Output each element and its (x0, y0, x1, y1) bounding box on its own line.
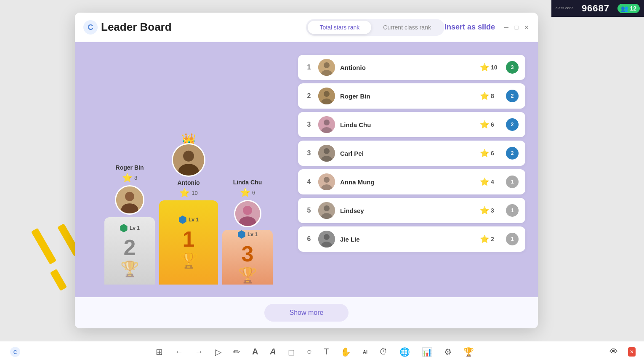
svg-text:C: C (88, 23, 93, 32)
podium-block-3rd: Lv 1 3 🏆 (222, 230, 273, 285)
star-icon-lb-2: ⭐ (480, 91, 489, 101)
lb-star-count-4: 6 (491, 150, 494, 157)
star-icon-lb-1: ⭐ (480, 63, 489, 72)
podium-trophy-3rd: 🏆 (238, 266, 257, 284)
toolbar-back-btn[interactable]: ← (173, 345, 185, 358)
toolbar-text-btn[interactable]: A (250, 345, 260, 358)
tab-total-stars[interactable]: Total stars rank (308, 21, 371, 34)
podium-contestants: Roger Bin ⭐ 8 (88, 133, 290, 285)
toolbar-settings-btn[interactable]: ⚙ (442, 345, 453, 359)
contestant-3rd: Linda Chu ⭐ 6 (222, 179, 273, 285)
modal-header: C Leader Board Total stars rank Current … (75, 13, 538, 42)
toolbar-textbox-btn[interactable]: T (322, 345, 330, 358)
participants-icon: 👥 (621, 5, 628, 12)
svg-point-6 (183, 151, 194, 162)
svg-point-15 (324, 91, 330, 97)
contestant-3rd-name: Linda Chu (233, 179, 262, 186)
toolbar-hide-btn[interactable]: 👁 (608, 345, 620, 358)
level-badge-2nd: Lv 1 (120, 224, 140, 232)
avatar-3rd-image (235, 200, 260, 227)
toolbar-hand-btn[interactable]: ✋ (339, 345, 353, 359)
avatar-3rd (234, 200, 261, 227)
star-icon-1: ⭐ (179, 188, 190, 198)
modal-body: Roger Bin ⭐ 8 (75, 42, 538, 297)
leaderboard-row-1: 1 Antionio ⭐ 10 3 (298, 55, 525, 80)
toolbar-exit-btn[interactable]: ✕ (628, 347, 636, 357)
deco-3 (31, 228, 57, 265)
lb-rank-1: 1 (305, 64, 313, 71)
lb-name-7: Jie Lie (340, 236, 475, 243)
avatar-1st-image (173, 143, 204, 177)
podium-section: Roger Bin ⭐ 8 (88, 55, 290, 289)
svg-point-3 (125, 192, 134, 201)
leaderboard-list: 1 Antionio ⭐ 10 3 2 (290, 55, 525, 289)
insert-slide-button[interactable]: Insert as slide (444, 23, 495, 32)
title-group: C Leader Board (83, 20, 306, 35)
toolbar-shapes-btn[interactable]: ○ (305, 345, 314, 358)
lb-name-5: Anna Mung (340, 178, 475, 186)
toolbar-ai-btn[interactable]: AI (361, 348, 369, 356)
star-icon-lb-5: ⭐ (480, 177, 489, 186)
lb-stars-5: ⭐ 4 (480, 177, 501, 186)
toolbar-chart-btn[interactable]: 📊 (420, 345, 434, 359)
toolbar-right: 👁 ✕ (608, 345, 636, 358)
svg-point-27 (324, 205, 330, 211)
hex-2-icon-1st (178, 216, 187, 224)
lb-star-count-6: 3 (491, 207, 494, 214)
toolbar-center: ⊞ ← → ▷ ✏ A A ◻ ○ T ✋ AI ⏱ 🌐 📊 ⚙ 🏆 (154, 345, 476, 359)
toolbar-grid-btn[interactable]: ⊞ (154, 345, 165, 359)
minimize-button[interactable]: ─ (503, 24, 509, 30)
close-button[interactable]: ✕ (524, 24, 530, 30)
lb-rank-5: 4 (305, 178, 313, 186)
podium-trophy-1st: 🏆 (179, 252, 198, 269)
podium-block-2nd: Lv 1 2 🏆 (104, 217, 155, 285)
lb-avatar-7 (318, 231, 335, 248)
level-badge-1st: Lv 1 (178, 216, 199, 224)
leaderboard-row-3: 3 Linda Chu ⭐ 6 2 (298, 112, 525, 137)
svg-point-12 (324, 62, 330, 68)
podium-trophy-2nd: 🏆 (120, 260, 139, 278)
lb-level-badge-4: 2 (506, 147, 519, 160)
toolbar-timer-btn[interactable]: ⏱ (378, 345, 389, 358)
lb-rank-6: 5 (305, 207, 313, 214)
toolbar-pen-btn[interactable]: ✏ (232, 345, 242, 359)
toolbar-trophy-btn[interactable]: 🏆 (462, 345, 476, 359)
contestant-3rd-stars: ⭐ 6 (240, 187, 255, 197)
toolbar-text2-btn[interactable]: A (268, 345, 277, 358)
lb-level-badge-2: 2 (506, 90, 519, 102)
toolbar-eraser-btn[interactable]: ◻ (286, 345, 297, 359)
classpoint-toolbar-icon: C (10, 347, 20, 357)
svg-point-24 (324, 177, 330, 183)
star-icon-lb-4: ⭐ (480, 149, 489, 158)
svg-point-9 (243, 206, 252, 215)
podium-number-2nd: 2 (124, 235, 136, 260)
star-icon-3: ⭐ (240, 187, 250, 197)
lb-avatar-img-7 (318, 231, 335, 248)
show-more-button[interactable]: Show more (264, 304, 349, 322)
avatar-2nd-image (116, 185, 143, 215)
toolbar-pointer-btn[interactable]: ▷ (213, 345, 223, 359)
lb-level-badge-7: 1 (506, 233, 519, 245)
star-icon-lb-6: ⭐ (480, 206, 489, 215)
tab-current-class[interactable]: Current class rank (371, 21, 443, 34)
toolbar-forward-btn[interactable]: → (193, 345, 205, 358)
app-logo-area: C Leader Board (83, 20, 172, 35)
lb-level-badge-1: 3 (506, 61, 519, 74)
contestant-2nd-name: Roger Bin (116, 164, 144, 171)
toolbar-classpoint-btn[interactable]: C (8, 345, 22, 359)
star-icon-lb-3: ⭐ (480, 120, 489, 129)
lb-star-count-3: 6 (491, 121, 494, 128)
lb-rank-3: 3 (305, 121, 313, 128)
lb-avatar-4 (318, 145, 335, 162)
podium-number-1st: 1 (183, 226, 195, 252)
contestant-2nd: Roger Bin ⭐ 8 (104, 164, 155, 285)
participants-count: 12 (630, 5, 636, 12)
classcode-label: class code (556, 6, 574, 11)
lb-avatar-img-1 (318, 59, 335, 76)
restore-button[interactable]: □ (514, 24, 519, 30)
lb-stars-1: ⭐ 10 (480, 63, 501, 72)
toolbar-globe-btn[interactable]: 🌐 (398, 345, 412, 359)
bottom-toolbar: C ⊞ ← → ▷ ✏ A A ◻ ○ T ✋ AI ⏱ 🌐 📊 ⚙ 🏆 👁 ✕ (0, 341, 644, 362)
lb-star-count-1: 10 (491, 64, 498, 71)
lb-avatar-img-6 (318, 202, 335, 219)
